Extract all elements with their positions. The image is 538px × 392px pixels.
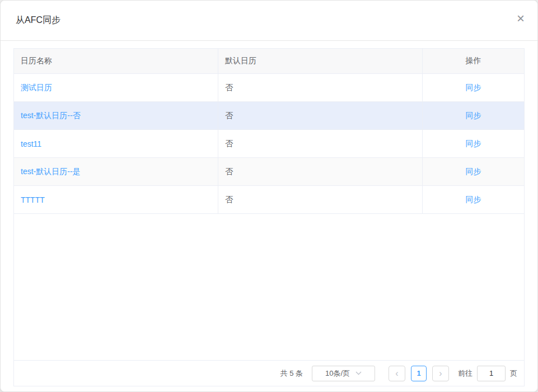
table-body: 测试日历否同步test-默认日历--否否同步test11否同步test-默认日历… — [14, 74, 524, 214]
page-unit-label: 页 — [510, 368, 517, 379]
table-row: test11否同步 — [14, 130, 524, 158]
sync-action-link[interactable]: 同步 — [466, 111, 481, 121]
dialog-body: 日历名称 默认日历 操作 测试日历否同步test-默认日历--否否同步test1… — [1, 41, 537, 392]
sync-action-link[interactable]: 同步 — [466, 195, 481, 205]
default-calendar-value: 否 — [225, 167, 233, 177]
sync-action-link[interactable]: 同步 — [466, 139, 481, 149]
dialog-header: 从AFC同步 × — [1, 1, 537, 41]
goto-page-input[interactable] — [477, 366, 506, 381]
table-header-row: 日历名称 默认日历 操作 — [14, 49, 524, 74]
sync-action-link[interactable]: 同步 — [466, 167, 481, 177]
next-page-button[interactable]: › — [432, 366, 449, 381]
calendar-name-link[interactable]: test11 — [21, 139, 41, 148]
calendar-table: 日历名称 默认日历 操作 测试日历否同步test-默认日历--否否同步test1… — [13, 48, 525, 386]
column-header-operation: 操作 — [423, 49, 524, 73]
column-header-default-calendar: 默认日历 — [218, 49, 423, 73]
close-icon[interactable]: × — [513, 11, 528, 26]
pagination-bar: 共 5 条 10条/页 ‹ 1 › 前往 页 — [14, 360, 524, 386]
default-calendar-value: 否 — [225, 111, 233, 121]
table-empty-area — [14, 214, 524, 360]
default-calendar-value: 否 — [225, 139, 233, 149]
dialog-title: 从AFC同步 — [16, 15, 60, 26]
total-count-label: 共 5 条 — [280, 368, 303, 379]
table-row: TTTTT否同步 — [14, 186, 524, 214]
calendar-name-link[interactable]: test-默认日历--否 — [21, 111, 81, 121]
chevron-down-icon — [355, 371, 362, 375]
goto-label: 前往 — [458, 368, 472, 379]
calendar-name-link[interactable]: 测试日历 — [21, 83, 52, 93]
default-calendar-value: 否 — [225, 195, 233, 205]
column-header-calendar-name: 日历名称 — [14, 49, 218, 73]
table-row: 测试日历否同步 — [14, 74, 524, 102]
calendar-name-link[interactable]: TTTTT — [21, 195, 45, 204]
table-row: test-默认日历--是否同步 — [14, 158, 524, 186]
sync-action-link[interactable]: 同步 — [466, 83, 481, 93]
page-size-value: 10条/页 — [325, 368, 350, 379]
calendar-name-link[interactable]: test-默认日历--是 — [21, 167, 81, 177]
table-row: test-默认日历--否否同步 — [14, 102, 524, 130]
default-calendar-value: 否 — [225, 83, 233, 93]
page-size-select[interactable]: 10条/页 — [312, 366, 375, 381]
page-number-button[interactable]: 1 — [411, 366, 427, 381]
sync-from-afc-dialog: 从AFC同步 × 日历名称 默认日历 操作 测试日历否同步test-默认日历--… — [0, 0, 538, 392]
prev-page-button[interactable]: ‹ — [389, 366, 405, 381]
